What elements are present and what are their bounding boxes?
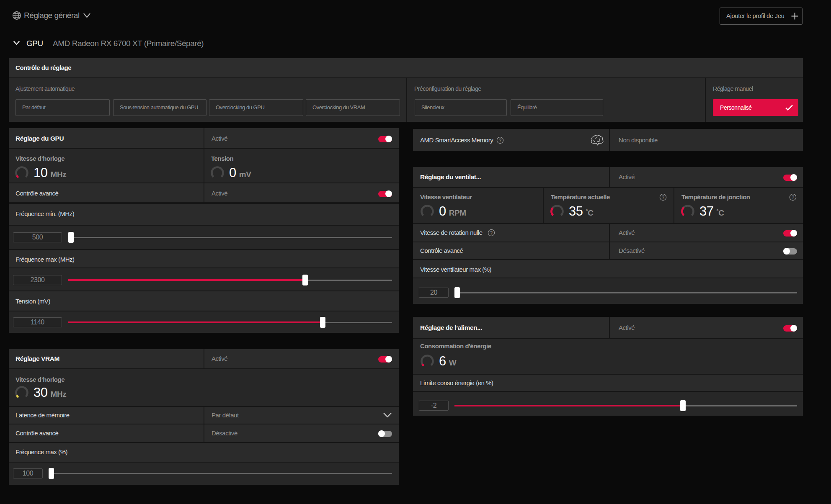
svg-text:?: ? xyxy=(490,230,493,235)
svg-text:?: ? xyxy=(792,195,794,200)
svg-text:?: ? xyxy=(662,195,664,200)
svg-text:?: ? xyxy=(499,138,501,143)
